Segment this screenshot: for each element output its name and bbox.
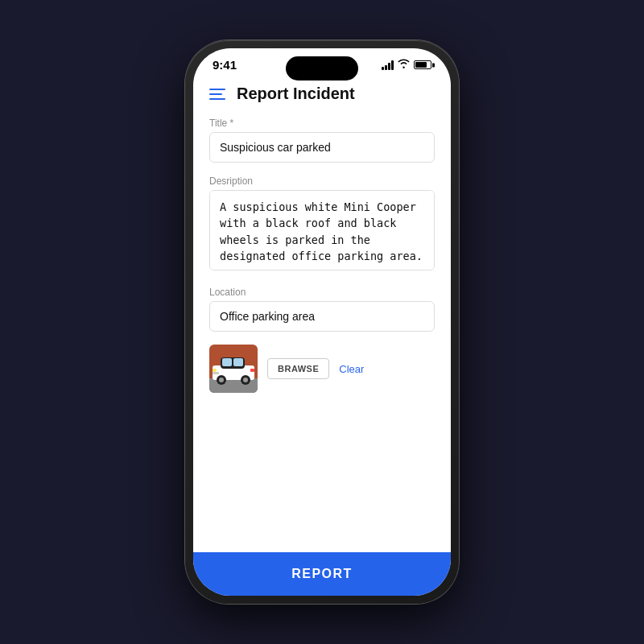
location-input[interactable] — [209, 301, 435, 332]
dynamic-island — [286, 56, 358, 80]
battery-icon — [414, 60, 431, 69]
svg-rect-11 — [250, 369, 254, 372]
phone-screen: 9:41 — [193, 48, 451, 596]
image-upload-row: BRAWSE Clear — [209, 345, 435, 393]
description-label: Desription — [209, 175, 435, 187]
image-thumbnail — [209, 345, 258, 393]
form-area: Title * Desription A suspicious white Mi… — [193, 111, 451, 552]
svg-rect-12 — [213, 372, 219, 374]
location-group: Location — [209, 287, 435, 332]
clear-link[interactable]: Clear — [339, 363, 364, 375]
svg-rect-5 — [233, 358, 243, 366]
description-textarea[interactable]: A suspicious white Mini Cooper with a bl… — [209, 190, 435, 270]
browse-button[interactable]: BRAWSE — [267, 358, 329, 379]
svg-rect-1 — [209, 378, 258, 393]
status-icons — [382, 59, 431, 71]
app-content: Report Incident Title * Desription A sus… — [193, 75, 451, 596]
report-button[interactable]: REPORT — [193, 552, 451, 596]
phone-frame: 9:41 — [185, 40, 459, 604]
status-time: 9:41 — [213, 58, 237, 72]
page-title: Report Incident — [237, 85, 355, 103]
svg-point-9 — [243, 378, 248, 382]
status-bar: 9:41 — [193, 48, 451, 75]
title-label: Title * — [209, 118, 435, 129]
svg-rect-4 — [222, 358, 232, 366]
wifi-icon — [398, 59, 410, 71]
title-input[interactable] — [209, 132, 435, 163]
location-label: Location — [209, 287, 435, 298]
title-group: Title * — [209, 118, 435, 163]
signal-bars-icon — [382, 60, 394, 70]
svg-point-7 — [219, 378, 224, 382]
menu-icon[interactable] — [209, 89, 225, 100]
svg-rect-10 — [213, 369, 217, 372]
description-group: Desription A suspicious white Mini Coope… — [209, 175, 435, 274]
